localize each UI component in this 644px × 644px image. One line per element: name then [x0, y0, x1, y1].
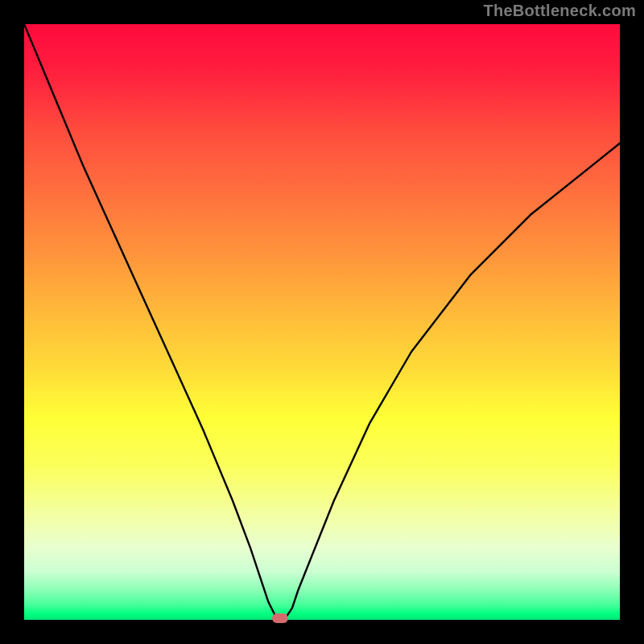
optimal-marker [272, 613, 288, 623]
plot-area [24, 24, 620, 620]
curve-path [24, 24, 620, 620]
watermark-text: TheBottleneck.com [483, 2, 636, 20]
bottleneck-curve [24, 24, 620, 620]
chart-frame: TheBottleneck.com [0, 0, 644, 644]
